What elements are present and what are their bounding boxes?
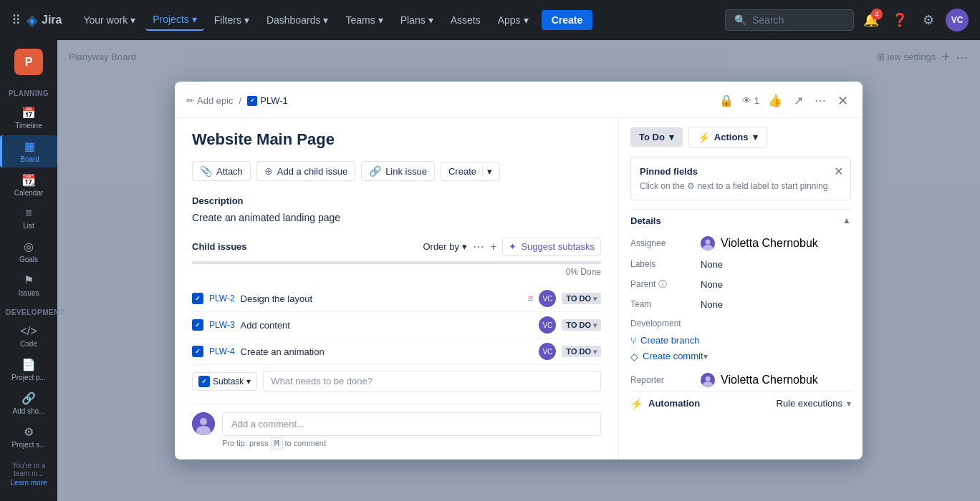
nav-apps[interactable]: Apps ▾ [491,10,536,30]
sidebar-item-issues[interactable]: ⚑ Issues [0,269,57,301]
child-issue-key-2[interactable]: PLW-3 [209,320,235,330]
sidebar-item-code[interactable]: </> Code [0,321,57,352]
nav-plans[interactable]: Plans ▾ [393,10,441,30]
suggest-subtasks-button[interactable]: ✦ Suggest subtasks [502,238,601,256]
details-header[interactable]: Details ▲ [630,209,851,232]
priority-icon-1: ≡ [527,293,533,304]
modal-left-panel: Website Main Page 📎 Attach ⊕ Add a child… [175,118,619,460]
assignee-value[interactable]: Violetta Chernobuk [701,236,818,250]
sidebar-item-project-settings[interactable]: ⚙ Project s... [0,421,57,453]
actions-dropdown[interactable]: ⚡ Actions ▾ [688,127,767,148]
nav-assets[interactable]: Assets [443,10,488,30]
assignee-label: Assignee [630,238,695,248]
order-by-button[interactable]: Order by ▾ [423,241,467,252]
create-button-modal[interactable]: Create ▾ [441,162,500,181]
team-message[interactable]: You're in a team m... Learn more [0,456,57,492]
subtask-input[interactable] [263,371,601,391]
search-box[interactable]: 🔍 Search [725,9,854,31]
bolt-icon: ⚡ [698,132,710,143]
details-chevron-icon: ▲ [842,215,851,225]
child-issue-type-icon: ✓ [192,293,203,304]
eye-icon: 👁 [742,95,751,106]
modal-overlay[interactable]: ✏ Add epic / ✓ PLW-1 🔒 [57,40,980,501]
pinned-fields-description: Click on the ⚙ next to a field label to … [640,181,842,191]
create-dropdown-arrow[interactable]: ▾ [482,166,492,177]
nav-dashboards[interactable]: Dashboards ▾ [259,10,336,30]
child-issue-key-1[interactable]: PLW-2 [209,293,235,303]
search-icon: 🔍 [734,14,746,26]
breadcrumb-issue-link[interactable]: ✓ PLW-1 [247,95,288,106]
sidebar-item-timeline[interactable]: 📅 Timeline [0,102,57,134]
create-commit-link[interactable]: ◇ Create commit [630,349,703,364]
team-value[interactable]: None [701,299,851,310]
logo[interactable]: ◈ Jira [27,11,62,29]
sidebar-item-list[interactable]: ≡ List [0,203,57,234]
close-button[interactable]: ✕ [835,90,851,112]
grid-icon[interactable]: ⠿ [11,12,21,28]
pages-icon: 📄 [21,358,36,371]
sparkle-icon: ✦ [509,241,517,252]
automation-left: ⚡ Automation [630,398,700,409]
child-issue-summary-1: Design the layout [241,293,522,304]
settings-button[interactable]: ⚙ [917,9,940,31]
status-badge-2[interactable]: TO DO ▾ [562,319,601,331]
lock-icon[interactable]: 🔒 [716,91,736,110]
parent-row: Parent ⓘ None [630,274,851,295]
top-navigation: ⠿ ◈ Jira Your work ▾ Projects ▾ Filters … [0,0,980,40]
sidebar-item-project-pages[interactable]: 📄 Project p... [0,354,57,386]
create-branch-link[interactable]: ⑂ Create branch [630,333,708,349]
automation-bolt-icon: ⚡ [630,398,643,409]
labels-label: Labels [630,259,695,269]
link-issue-button[interactable]: 🔗 Link issue [361,161,435,181]
nav-your-work[interactable]: Your work ▾ [76,10,143,30]
create-button[interactable]: Create [542,10,593,30]
status-chevron-icon-2: ▾ [593,321,597,329]
sidebar-item-calendar[interactable]: 📆 Calendar [0,169,57,201]
subtask-type-dropdown[interactable]: ✓ Subtask ▾ [192,372,257,391]
more-options-icon[interactable]: ⋯ [812,91,829,110]
user-avatar[interactable]: VC [946,9,969,31]
sidebar-item-goals[interactable]: ◎ Goals [0,235,57,268]
status-dropdown[interactable]: To Do ▾ [630,127,683,147]
assignee-row: Assignee Violetta Chernobuk [630,232,851,255]
thumbs-up-icon[interactable]: 👍 [765,91,785,110]
status-badge-1[interactable]: TO DO ▾ [562,293,601,304]
modal-header: ✏ Add epic / ✓ PLW-1 🔒 [175,82,863,118]
nav-teams[interactable]: Teams ▾ [338,10,390,30]
automation-right: Rule executions ▾ [777,398,852,409]
commenter-avatar [192,412,215,435]
project-avatar[interactable]: P [14,49,43,75]
nav-projects[interactable]: Projects ▾ [145,9,204,31]
add-child-issue-button[interactable]: ⊕ Add a child issue [256,161,355,181]
reporter-value[interactable]: Violetta Chernobuk [701,373,818,387]
learn-more-link[interactable]: Learn more [6,479,52,487]
sidebar-item-board[interactable]: ▦ Board [0,135,57,167]
parent-value[interactable]: None [701,279,851,290]
watchers-count[interactable]: 👁 1 [742,95,759,106]
child-issues-more-icon[interactable]: ⋯ [473,240,484,253]
pinned-fields-close-icon[interactable]: ✕ [834,165,843,178]
pro-tip-key: M [271,437,283,449]
assignee-avatar-detail [701,236,715,250]
comment-input[interactable]: Add a comment... [222,412,601,436]
reporter-label: Reporter [630,375,695,385]
parent-label: Parent ⓘ [630,278,695,291]
notifications-button[interactable]: 🔔 4 [860,9,883,31]
breadcrumb-edit-epic[interactable]: ✏ Add epic [186,95,234,106]
child-issue-key-3[interactable]: PLW-4 [209,346,235,356]
modal-header-actions: 🔒 👁 1 👍 ↗ ⋯ ✕ [716,90,851,112]
labels-value[interactable]: None [701,259,851,270]
attach-button[interactable]: 📎 Attach [192,161,251,181]
child-issues-add-icon[interactable]: + [490,240,496,253]
share-icon[interactable]: ↗ [791,91,806,110]
pro-tip-text: Pro tip: press M to comment [222,439,601,448]
help-button[interactable]: ❓ [888,9,911,31]
main-layout: P PLANNING 📅 Timeline ▦ Board 📆 Calendar… [0,40,980,501]
commit-expand-icon[interactable]: ▾ [703,351,708,361]
nav-filters[interactable]: Filters ▾ [207,10,256,30]
status-badge-3[interactable]: TO DO ▾ [562,346,601,357]
issue-toolbar: 📎 Attach ⊕ Add a child issue 🔗 Link issu… [192,161,601,181]
sidebar-item-add-shortcut[interactable]: 🔗 Add sho... [0,387,57,419]
child-issue-summary-3: Create an animation [241,346,534,357]
automation-row[interactable]: ⚡ Automation Rule executions ▾ [630,391,851,415]
